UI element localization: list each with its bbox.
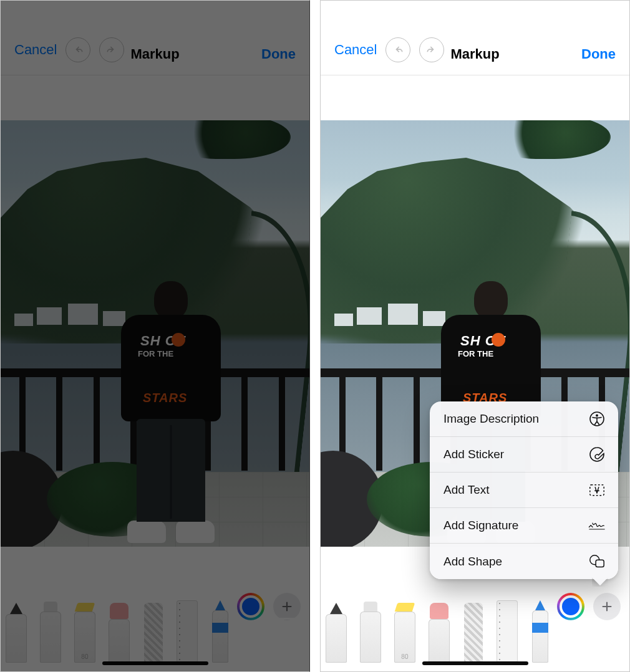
photo-canvas[interactable]: SH OT FOR THE STARS <box>1 120 309 547</box>
subject-person: SH OT FOR THE STARS <box>118 281 224 543</box>
undo-icon <box>392 44 404 56</box>
tool-pen[interactable] <box>4 588 27 663</box>
menu-item-add-shape[interactable]: Add Shape <box>430 544 618 579</box>
markup-toolbar: 80 <box>321 572 629 671</box>
accessibility-icon <box>588 410 606 428</box>
tool-highlighter[interactable]: 80 <box>393 588 416 663</box>
tool-tray[interactable]: 80 <box>321 572 552 663</box>
menu-item-add-signature[interactable]: Add Signature <box>430 508 618 544</box>
redo-button[interactable] <box>99 37 124 62</box>
markup-screen-popup: Cancel Markup Done <box>320 0 630 672</box>
tool-lasso[interactable] <box>142 588 165 663</box>
plus-icon <box>600 600 614 613</box>
tool-pen[interactable] <box>324 588 347 663</box>
tool-marker[interactable] <box>39 588 62 663</box>
menu-item-add-sticker[interactable]: Add Sticker <box>430 437 618 473</box>
home-indicator[interactable] <box>102 661 208 665</box>
redo-icon <box>105 44 118 56</box>
screen-title: Markup <box>450 46 499 62</box>
tool-highlighter[interactable]: 80 <box>73 588 96 663</box>
undo-icon <box>72 44 84 56</box>
tool-tray[interactable]: 80 <box>1 572 232 663</box>
tool-pencil[interactable] <box>209 588 232 663</box>
menu-item-label: Add Text <box>443 483 490 497</box>
tool-lasso[interactable] <box>462 588 485 663</box>
screen-title: Markup <box>130 46 179 62</box>
canvas-area[interactable]: SH OT FOR THE STARS <box>1 75 309 572</box>
header-bar: Cancel Markup Done <box>1 1 309 75</box>
cancel-button[interactable]: Cancel <box>14 42 57 58</box>
textbox-icon <box>588 481 606 499</box>
tool-pencil[interactable] <box>529 588 552 663</box>
done-button[interactable]: Done <box>581 46 616 62</box>
plus-icon <box>280 600 294 613</box>
add-menu-popup: Image Description Add Sticker Add Text A… <box>430 401 618 579</box>
menu-item-label: Image Description <box>443 412 539 426</box>
svg-rect-2 <box>590 485 604 496</box>
tool-ruler[interactable] <box>497 588 518 663</box>
signature-icon <box>588 517 606 534</box>
tool-eraser[interactable] <box>108 588 131 663</box>
markup-toolbar: 80 <box>1 572 309 671</box>
color-picker-button[interactable] <box>237 593 264 620</box>
header-bar: Cancel Markup Done <box>321 1 629 75</box>
done-button[interactable]: Done <box>261 46 296 62</box>
sticker-icon <box>588 446 606 463</box>
svg-rect-5 <box>596 560 604 567</box>
menu-item-label: Add Shape <box>443 555 502 569</box>
menu-item-label: Add Signature <box>443 519 518 532</box>
color-picker-button[interactable] <box>557 593 584 620</box>
menu-item-label: Add Sticker <box>443 448 504 461</box>
shirt-text-2: FOR THE <box>138 349 173 358</box>
menu-item-add-text[interactable]: Add Text <box>430 473 618 508</box>
markup-screen-dimmed: Cancel Markup Done <box>0 0 310 672</box>
shapes-icon <box>588 553 606 570</box>
popup-arrow <box>592 578 608 587</box>
tutorial-highlight-box <box>266 618 303 655</box>
tool-eraser[interactable] <box>428 588 451 663</box>
tool-marker[interactable] <box>359 588 382 663</box>
tool-ruler[interactable] <box>177 588 198 663</box>
add-button[interactable] <box>273 593 301 620</box>
undo-button[interactable] <box>385 37 410 62</box>
undo-button[interactable] <box>65 37 90 62</box>
redo-icon <box>425 44 438 56</box>
redo-button[interactable] <box>419 37 444 62</box>
svg-point-1 <box>596 415 598 417</box>
shirt-text-2: FOR THE <box>458 349 493 358</box>
home-indicator[interactable] <box>422 661 528 665</box>
add-button[interactable] <box>593 593 621 620</box>
shirt-text-3: STARS <box>143 391 187 405</box>
cancel-button[interactable]: Cancel <box>334 42 377 58</box>
menu-item-image-description[interactable]: Image Description <box>430 401 618 437</box>
